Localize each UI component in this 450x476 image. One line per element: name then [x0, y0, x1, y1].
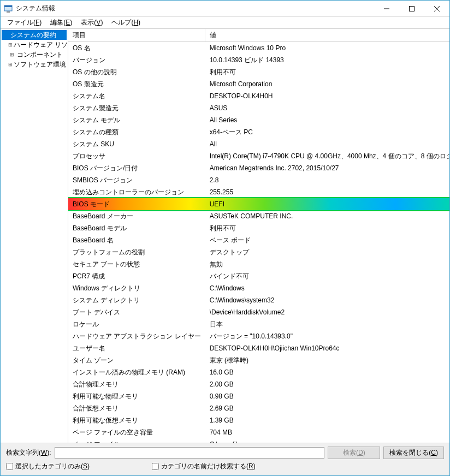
checkbox-name-only-input[interactable] — [152, 463, 159, 470]
checkbox-name-only[interactable]: カテゴリの名前だけ検索する(R) — [152, 462, 256, 471]
row-key: ハードウェア アブストラクション レイヤー — [68, 330, 205, 342]
row-key: バージョン — [68, 54, 205, 66]
checkbox-selected-category[interactable]: 選択したカテゴリのみ(S) — [6, 462, 90, 471]
table-row[interactable]: BaseBoard メーカーASUSTeK COMPUTER INC. — [68, 210, 449, 222]
table-row[interactable]: 利用可能な物理メモリ0.98 GB — [68, 390, 449, 402]
row-value: DESKTOP-OLK4H0H\Ojiichan Win10Pro64c — [205, 342, 449, 354]
row-key: システムの種類 — [68, 126, 205, 138]
column-header-value[interactable]: 値 — [205, 29, 449, 42]
table-row[interactable]: 利用可能な仮想メモリ1.39 GB — [68, 414, 449, 426]
maximize-button[interactable] — [399, 1, 424, 17]
row-value: 日本 — [205, 318, 449, 330]
row-key: システム SKU — [68, 138, 205, 150]
table-row[interactable]: ページ ファイルの空き容量704 MB — [68, 426, 449, 438]
table-row[interactable]: プロセッサIntel(R) Core(TM) i7-4790K CPU @ 4.… — [68, 150, 449, 162]
table-row[interactable]: プラットフォームの役割デスクトップ — [68, 246, 449, 258]
detail-pane[interactable]: 項目 値 OS 名Microsoft Windows 10 Proバージョン10… — [68, 29, 449, 443]
table-row[interactable]: PCR7 構成バインド不可 — [68, 270, 449, 282]
table-row[interactable]: インストール済みの物理メモリ (RAM)16.0 GB — [68, 366, 449, 378]
checkbox-selected-category-input[interactable] — [6, 463, 13, 470]
table-row[interactable]: Windows ディレクトリC:\Windows — [68, 282, 449, 294]
table-row[interactable]: BIOS モードUEFI — [68, 198, 449, 210]
row-key: BaseBoard メーカー — [68, 210, 205, 222]
close-button[interactable] — [424, 1, 449, 17]
table-row[interactable]: 合計物理メモリ2.00 GB — [68, 378, 449, 390]
row-key: システム ディレクトリ — [68, 294, 205, 306]
row-key: BIOS バージョン/日付 — [68, 162, 205, 174]
search-button[interactable]: 検索(D) — [328, 447, 380, 459]
row-value: All Series — [205, 114, 449, 126]
table-row[interactable]: OS 製造元Microsoft Corporation — [68, 78, 449, 90]
row-key: BaseBoard モデル — [68, 222, 205, 234]
row-key: セキュア ブートの状態 — [68, 258, 205, 270]
menu-h[interactable]: ヘルプ(H) — [107, 17, 145, 28]
row-value: C:\Windows — [205, 282, 449, 294]
table-row[interactable]: セキュア ブートの状態無効 — [68, 258, 449, 270]
table-row[interactable]: ブート デバイス\Device\HarddiskVolume2 — [68, 306, 449, 318]
row-value: 255.255 — [205, 186, 449, 198]
row-value: 16.0 GB — [205, 366, 449, 378]
detail-table: 項目 値 OS 名Microsoft Windows 10 Proバージョン10… — [68, 29, 449, 443]
tree-item[interactable]: ⊞ソフトウェア環境 — [2, 59, 67, 69]
tree-item[interactable]: システムの要約 — [2, 30, 67, 40]
tree-item-label: ハードウェア リソース — [13, 40, 68, 50]
tree-item[interactable]: ⊞ハードウェア リソース — [2, 40, 67, 50]
row-key: BaseBoard 名 — [68, 234, 205, 246]
app-icon — [4, 4, 13, 13]
row-value: 1.39 GB — [205, 414, 449, 426]
table-row[interactable]: OS 名Microsoft Windows 10 Pro — [68, 42, 449, 55]
row-value: 2.8 — [205, 174, 449, 186]
row-value: バージョン = "10.0.14393.0" — [205, 330, 449, 342]
expand-icon[interactable]: ⊞ — [8, 42, 13, 47]
menu-e[interactable]: 編集(E) — [46, 17, 76, 28]
minimize-button[interactable] — [374, 1, 399, 17]
menu-v[interactable]: 表示(V) — [76, 17, 107, 28]
window-buttons — [374, 1, 449, 17]
tree-item-label: ソフトウェア環境 — [13, 60, 67, 69]
table-row[interactable]: システム SKUAll — [68, 138, 449, 150]
table-row[interactable]: システム製造元ASUS — [68, 102, 449, 114]
table-row[interactable]: ロケール日本 — [68, 318, 449, 330]
row-value: ASUS — [205, 102, 449, 114]
row-key: OS 製造元 — [68, 78, 205, 90]
table-row[interactable]: ハードウェア アブストラクション レイヤーバージョン = "10.0.14393… — [68, 330, 449, 342]
table-row[interactable]: SMBIOS バージョン2.8 — [68, 174, 449, 186]
tree-item-label: システムの要約 — [9, 31, 57, 40]
row-key: タイム ゾーン — [68, 354, 205, 366]
table-row[interactable]: バージョン10.0.14393 ビルド 14393 — [68, 54, 449, 66]
table-row[interactable]: ユーザー名DESKTOP-OLK4H0H\Ojiichan Win10Pro64… — [68, 342, 449, 354]
table-row[interactable]: 合計仮想メモリ2.69 GB — [68, 402, 449, 414]
search-input[interactable] — [55, 447, 325, 459]
row-key: SMBIOS バージョン — [68, 174, 205, 186]
row-value: American Megatrends Inc. 2702, 2015/10/2… — [205, 162, 449, 174]
row-value: 2.69 GB — [205, 402, 449, 414]
tree-pane[interactable]: システムの要約⊞ハードウェア リソース⊞コンポーネント⊞ソフトウェア環境 — [1, 29, 68, 443]
search-label: 検索文字列(W): — [6, 448, 51, 457]
row-key: 埋め込みコントローラーのバージョン — [68, 186, 205, 198]
search-bar: 検索文字列(W): 検索(D) 検索を閉じる(C) — [1, 443, 449, 460]
menu-f[interactable]: ファイル(F) — [3, 17, 46, 28]
row-key: ページ ファイル — [68, 438, 205, 443]
tree-item[interactable]: ⊞コンポーネント — [2, 50, 67, 59]
table-row[interactable]: タイム ゾーン東京 (標準時) — [68, 354, 449, 366]
row-key: ブート デバイス — [68, 306, 205, 318]
expand-icon[interactable]: ⊞ — [8, 52, 16, 57]
table-row[interactable]: BIOS バージョン/日付American Megatrends Inc. 27… — [68, 162, 449, 174]
expand-icon[interactable]: ⊞ — [8, 62, 13, 67]
table-row[interactable]: 埋め込みコントローラーのバージョン255.255 — [68, 186, 449, 198]
table-row[interactable]: システム ディレクトリC:\Windows\system32 — [68, 294, 449, 306]
row-key: ページ ファイルの空き容量 — [68, 426, 205, 438]
table-row[interactable]: システム名DESKTOP-OLK4H0H — [68, 90, 449, 102]
row-value: バインド不可 — [205, 270, 449, 282]
search-options: 選択したカテゴリのみ(S) カテゴリの名前だけ検索する(R) — [1, 460, 449, 475]
column-header-item[interactable]: 項目 — [68, 29, 205, 42]
table-row[interactable]: BaseBoard モデル利用不可 — [68, 222, 449, 234]
close-search-button[interactable]: 検索を閉じる(C) — [383, 447, 444, 459]
table-row[interactable]: OS の他の説明利用不可 — [68, 66, 449, 78]
table-row[interactable]: BaseBoard 名ベース ボード — [68, 234, 449, 246]
row-key: 合計物理メモリ — [68, 378, 205, 390]
table-row[interactable]: システム モデルAll Series — [68, 114, 449, 126]
svg-rect-1 — [4, 5, 12, 7]
table-row[interactable]: ページ ファイルC:\pagefile.sys — [68, 438, 449, 443]
table-row[interactable]: システムの種類x64-ベース PC — [68, 126, 449, 138]
